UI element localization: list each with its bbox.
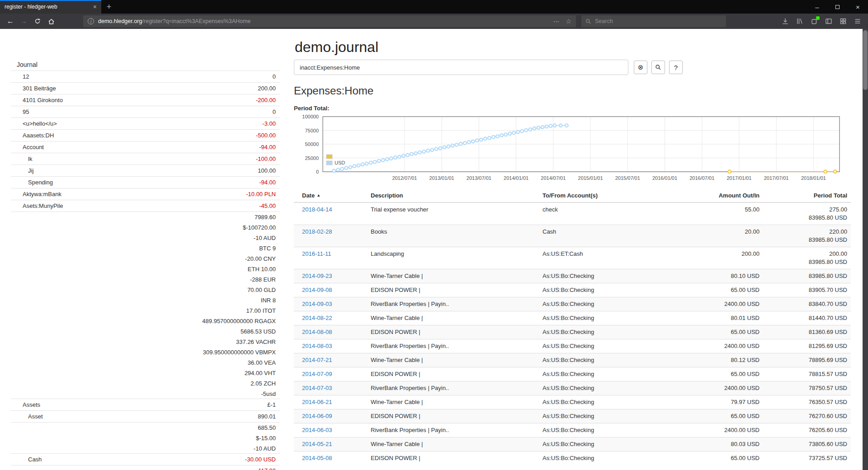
account-row[interactable]: 489.957000000000 RGAGX — [11, 316, 280, 326]
account-row[interactable]: INR 8 — [11, 295, 280, 306]
account-name[interactable]: Aaasets:DH — [23, 132, 256, 139]
home-button[interactable] — [44, 14, 58, 28]
account-row[interactable]: 95 0 — [11, 106, 280, 118]
account-row[interactable]: 4101 Girokonto -200.00 — [11, 94, 280, 106]
transaction-date-link[interactable]: 2016-11-11 — [302, 250, 331, 257]
transaction-date-link[interactable]: 2018-04-14 — [302, 206, 332, 213]
account-row[interactable]: 70.00 GLD — [11, 285, 280, 295]
account-name[interactable]: 301 Beiträge — [23, 85, 258, 92]
account-row[interactable]: ETH 10.00 — [11, 264, 280, 274]
page-actions-icon[interactable]: ⋯ — [553, 18, 559, 25]
transaction-date-link[interactable]: 2014-05-21 — [302, 441, 332, 447]
account-name[interactable]: lk — [28, 155, 256, 162]
back-button[interactable]: ← — [4, 14, 17, 28]
transaction-date-link[interactable]: 2014-06-09 — [302, 413, 332, 419]
account-name[interactable]: Spending — [28, 179, 259, 186]
account-name[interactable]: Asets:MunyPile — [23, 202, 259, 209]
column-date[interactable]: Date▲ — [294, 189, 367, 202]
transaction-date-link[interactable]: 2014-09-03 — [302, 301, 332, 307]
submit-search-button[interactable] — [651, 61, 665, 74]
account-row[interactable]: Assets £-1 — [11, 399, 280, 411]
browser-tab-active[interactable]: register - hledger-web × — [0, 0, 101, 14]
new-tab-button[interactable]: + — [101, 0, 117, 14]
account-row[interactable]: 5686.53 USD — [11, 326, 280, 337]
account-row[interactable]: lk -100.00 — [11, 153, 280, 165]
column-amount[interactable]: Amount Out/In — [688, 189, 763, 202]
account-row[interactable]: 294.00 VHT — [11, 368, 280, 378]
account-row[interactable]: $-15.00 — [11, 433, 280, 443]
account-row[interactable]: 301 Beiträge 200.00 — [11, 83, 280, 94]
window-maximize-button[interactable] — [827, 0, 848, 14]
window-minimize-button[interactable]: – — [807, 0, 827, 14]
transaction-date-link[interactable]: 2014-08-03 — [302, 343, 332, 349]
tab-close-icon[interactable]: × — [93, 3, 97, 10]
account-name[interactable]: Cash — [28, 456, 245, 463]
reload-button[interactable] — [31, 14, 44, 28]
scrollbar-thumb[interactable] — [863, 30, 868, 90]
extension-button[interactable] — [810, 17, 818, 25]
account-row[interactable]: -20.00 CNY — [11, 254, 280, 264]
account-row[interactable]: Spending -94.00 — [11, 177, 280, 188]
account-row[interactable]: -5usd — [11, 389, 280, 399]
library-button[interactable] — [796, 17, 804, 25]
transaction-date-link[interactable]: 2014-09-08 — [302, 287, 332, 293]
account-name[interactable]: Asset — [28, 413, 258, 420]
account-name[interactable]: Assets — [23, 401, 267, 408]
account-row[interactable]: -288 EUR — [11, 274, 280, 285]
account-row[interactable]: Asset 890.01 — [11, 411, 280, 423]
account-row[interactable]: -10 AUD — [11, 233, 280, 243]
forward-button[interactable]: → — [17, 14, 31, 28]
account-row[interactable]: 685.50 — [11, 423, 280, 433]
account-row[interactable]: -10 AUD — [11, 443, 280, 454]
account-row[interactable]: 309.950000000000 VBMPX — [11, 347, 280, 357]
column-description[interactable]: Description — [367, 189, 539, 202]
account-row[interactable]: Asets:MunyPile -45.00 — [11, 200, 280, 212]
account-row[interactable]: -117.00 — [11, 465, 280, 470]
account-row[interactable]: BTC 9 — [11, 243, 280, 254]
account-row[interactable]: 2.05 ZCH — [11, 378, 280, 389]
account-row[interactable]: 36.00 VEA — [11, 357, 280, 368]
register-chart[interactable]: 02500050000750001000002012/07/012013/01/… — [294, 113, 851, 184]
account-row[interactable]: 12 0 — [11, 71, 280, 83]
account-name[interactable]: Account — [23, 144, 259, 150]
transaction-date-link[interactable]: 2014-06-21 — [302, 399, 332, 405]
downloads-button[interactable] — [781, 17, 789, 25]
browser-search-bar[interactable]: Search — [581, 15, 726, 27]
account-name[interactable]: 12 — [23, 73, 273, 80]
account-row[interactable]: $-100720.00 — [11, 222, 280, 233]
site-info-icon[interactable]: i — [88, 18, 94, 24]
account-name[interactable]: <u>hello</u> — [23, 120, 262, 127]
account-row[interactable]: Aaasets:DH -500.00 — [11, 130, 280, 141]
transaction-date-link[interactable]: 2014-07-21 — [302, 357, 332, 363]
account-row[interactable]: Aktywa:mBank -10.00 PLN — [11, 188, 280, 200]
account-row[interactable]: Cash -30.00 USD — [11, 454, 280, 465]
account-row[interactable]: 7989.60 — [11, 212, 280, 222]
menu-button[interactable] — [854, 17, 862, 25]
transaction-date-link[interactable]: 2014-08-22 — [302, 315, 332, 321]
account-row[interactable]: Account -94.00 — [11, 141, 280, 153]
transaction-date-link[interactable]: 2014-06-03 — [302, 427, 332, 433]
transaction-date-link[interactable]: 2014-09-23 — [302, 273, 332, 279]
sidebar-toggle-button[interactable] — [825, 17, 833, 25]
pages-button[interactable] — [839, 17, 847, 25]
account-row[interactable]: Jij 100.00 — [11, 165, 280, 177]
transaction-date-link[interactable]: 2014-08-08 — [302, 329, 332, 335]
page-scrollbar[interactable] — [863, 29, 868, 470]
query-input[interactable] — [294, 60, 628, 75]
account-row[interactable]: <u>hello</u> -3.00 — [11, 118, 280, 130]
account-name[interactable]: 4101 Girokonto — [23, 97, 256, 103]
account-name[interactable]: 95 — [23, 108, 273, 115]
url-bar[interactable]: i demo.hledger.org/register?q=inacct%3AE… — [83, 15, 576, 27]
transaction-date-link[interactable]: 2014-07-03 — [302, 385, 332, 391]
account-name[interactable]: Aktywa:mBank — [23, 191, 246, 197]
sidebar-journal-link[interactable]: Journal — [11, 59, 280, 71]
transaction-date-link[interactable]: 2018-02-28 — [302, 228, 332, 235]
clear-query-button[interactable]: ⊗ — [634, 61, 647, 74]
transaction-date-link[interactable]: 2014-07-09 — [302, 371, 332, 377]
transaction-date-link[interactable]: 2014-05-08 — [302, 455, 332, 461]
search-help-button[interactable]: ? — [669, 61, 683, 74]
account-row[interactable]: 17.00 ITOT — [11, 306, 280, 316]
account-name[interactable]: Jij — [28, 167, 258, 174]
column-account[interactable]: To/From Account(s) — [539, 189, 688, 202]
column-period-total[interactable]: Period Total — [763, 189, 851, 202]
